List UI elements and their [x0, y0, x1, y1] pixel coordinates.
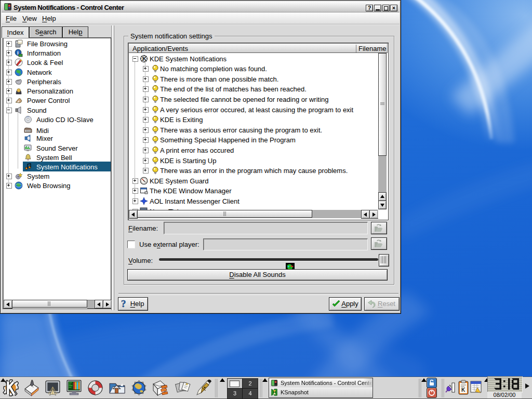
svg-text:i: i — [17, 50, 19, 56]
svg-text:?: ? — [121, 299, 126, 309]
svg-text:K: K — [142, 56, 147, 62]
svg-text:K: K — [461, 387, 466, 393]
